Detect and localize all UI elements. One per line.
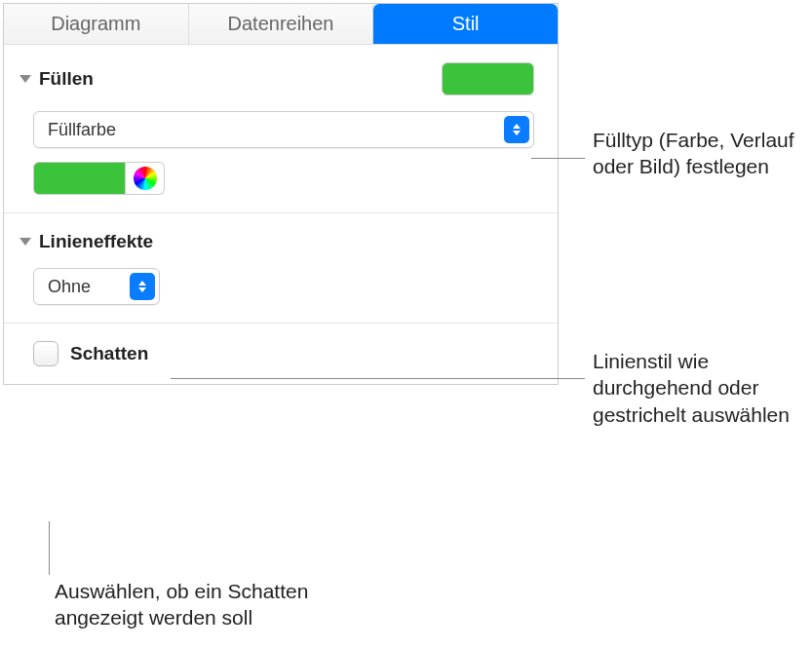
popup-stepper-icon — [130, 273, 155, 300]
line-style-popup[interactable]: Ohne — [33, 268, 160, 305]
callout-shadow: Auswählen, ob ein Schatten angezeigt wer… — [55, 578, 376, 631]
tab-bar: Diagramm Datenreihen Stil — [4, 4, 558, 45]
chevron-down-icon[interactable] — [19, 75, 31, 83]
style-panel: Diagramm Datenreihen Stil Füllen Füllfar… — [3, 3, 559, 385]
line-effects-title: Linieneffekte — [39, 231, 153, 252]
shadow-checkbox[interactable] — [33, 341, 58, 366]
shadow-label: Schatten — [70, 343, 148, 364]
color-wheel-button[interactable] — [126, 162, 165, 195]
fill-type-popup[interactable]: Füllfarbe — [33, 111, 534, 148]
color-well[interactable] — [33, 162, 126, 195]
callout-line-style: Linienstil wie durchgehend oder gestrich… — [593, 348, 802, 428]
line-style-value: Ohne — [48, 277, 91, 297]
callout-line — [49, 521, 50, 575]
fill-title: Füllen — [39, 68, 94, 90]
chevron-down-icon[interactable] — [19, 238, 31, 246]
fill-swatch[interactable] — [442, 62, 534, 95]
callout-line — [531, 158, 585, 159]
line-effects-section: Linieneffekte Ohne — [4, 213, 558, 324]
fill-section: Füllen Füllfarbe — [4, 45, 558, 213]
callout-fill-type: Fülltyp (Farbe, Verlauf oder Bild) festl… — [593, 127, 797, 180]
popup-stepper-icon — [504, 116, 529, 143]
fill-type-value: Füllfarbe — [48, 120, 116, 140]
color-wheel-icon — [134, 167, 157, 190]
callout-line — [171, 378, 585, 379]
tab-series[interactable]: Datenreihen — [189, 4, 374, 44]
tab-style[interactable]: Stil — [373, 4, 558, 44]
shadow-section: Schatten — [4, 324, 558, 384]
tab-diagram[interactable]: Diagramm — [4, 4, 189, 44]
